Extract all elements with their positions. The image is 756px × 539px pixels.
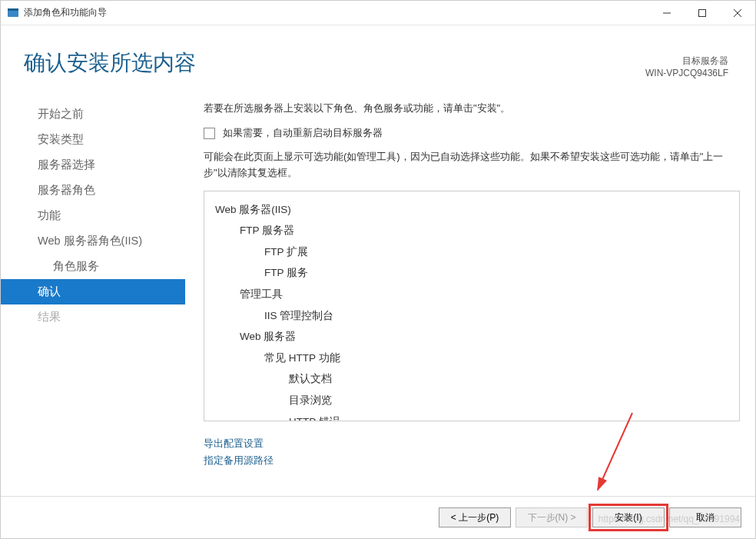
footer: < 上一步(P) 下一步(N) > 安装(I) 取消 <box>1 496 755 538</box>
export-config-link[interactable]: 导出配置设置 <box>204 435 740 452</box>
sidebar-item-0[interactable]: 开始之前 <box>1 101 185 127</box>
target-server-label: 目标服务器 <box>645 55 728 68</box>
window-title: 添加角色和功能向导 <box>24 6 649 19</box>
intro-text: 若要在所选服务器上安装以下角色、角色服务或功能，请单击"安装"。 <box>204 101 740 115</box>
sidebar-item-6[interactable]: 角色服务 <box>1 254 185 279</box>
restart-checkbox[interactable] <box>204 128 215 139</box>
prev-button[interactable]: < 上一步(P) <box>439 507 511 527</box>
sidebar-item-4[interactable]: 功能 <box>1 203 185 228</box>
links-area: 导出配置设置 指定备用源路径 <box>204 435 740 469</box>
minimize-button[interactable] <box>649 2 685 25</box>
cancel-button[interactable]: 取消 <box>669 507 741 527</box>
feature-item: FTP 服务器 <box>215 220 728 241</box>
next-button: 下一步(N) > <box>516 507 588 527</box>
target-server-name: WIN-VPJCQ9436LF <box>645 68 728 78</box>
feature-item: IIS 管理控制台 <box>215 305 728 327</box>
sidebar-item-3[interactable]: 服务器角色 <box>1 178 185 203</box>
note-text: 可能会在此页面上显示可选功能(如管理工具)，因为已自动选择这些功能。如果不希望安… <box>204 149 740 181</box>
page-title: 确认安装所选内容 <box>24 48 196 78</box>
feature-item: HTTP 错误 <box>215 411 728 421</box>
maximize-button[interactable] <box>685 2 720 25</box>
content-area: 若要在所选服务器上安装以下角色、角色服务或功能，请单击"安装"。 如果需要，自动… <box>185 94 755 483</box>
titlebar: 添加角色和功能向导 <box>1 1 755 25</box>
window-controls <box>649 2 755 25</box>
sidebar-item-5[interactable]: Web 服务器角色(IIS) <box>1 228 185 254</box>
install-button[interactable]: 安装(I) <box>592 507 665 527</box>
close-button[interactable] <box>720 2 755 25</box>
restart-checkbox-label: 如果需要，自动重新启动目标服务器 <box>223 126 383 140</box>
feature-item: FTP 扩展 <box>215 241 728 263</box>
sidebar-item-7[interactable]: 确认 <box>1 279 185 304</box>
app-icon <box>7 7 19 19</box>
svg-rect-3 <box>699 9 706 16</box>
restart-checkbox-row: 如果需要，自动重新启动目标服务器 <box>204 126 740 140</box>
feature-item: Web 服务器(IIS) <box>215 199 728 221</box>
target-server-info: 目标服务器 WIN-VPJCQ9436LF <box>645 55 728 78</box>
svg-rect-1 <box>8 8 18 11</box>
feature-item: Web 服务器 <box>215 326 728 348</box>
feature-item: 常见 HTTP 功能 <box>215 348 728 369</box>
sidebar-item-1[interactable]: 安装类型 <box>1 127 185 152</box>
feature-item: FTP 服务 <box>215 262 728 284</box>
alt-source-link[interactable]: 指定备用源路径 <box>204 452 740 469</box>
wizard-sidebar: 开始之前安装类型服务器选择服务器角色功能Web 服务器角色(IIS)角色服务确认… <box>1 94 185 483</box>
sidebar-item-2[interactable]: 服务器选择 <box>1 152 185 178</box>
feature-item: 目录浏览 <box>215 390 728 411</box>
features-list[interactable]: Web 服务器(IIS)FTP 服务器FTP 扩展FTP 服务管理工具IIS 管… <box>204 191 740 421</box>
feature-item: 管理工具 <box>215 284 728 305</box>
feature-item: 默认文档 <box>215 368 728 390</box>
header: 确认安装所选内容 目标服务器 WIN-VPJCQ9436LF <box>1 25 755 94</box>
main-area: 开始之前安装类型服务器选择服务器角色功能Web 服务器角色(IIS)角色服务确认… <box>1 94 755 483</box>
sidebar-item-8: 结果 <box>1 304 185 330</box>
